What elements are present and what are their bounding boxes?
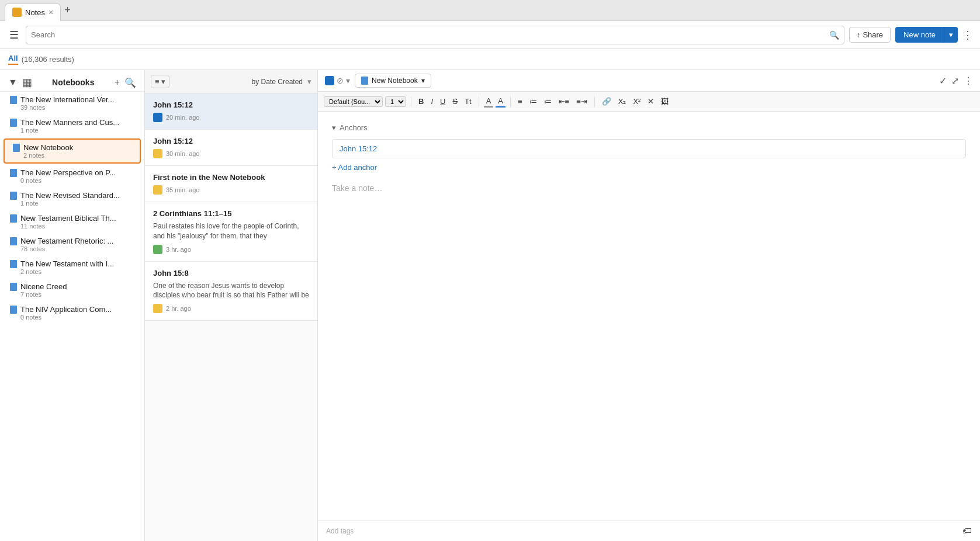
note-time: 30 min. ago <box>166 150 199 157</box>
notebook-count: 39 notes <box>10 104 136 111</box>
notebook-item-manners[interactable]: The New Manners and Cus... 1 note <box>0 115 144 137</box>
add-notebook-button[interactable]: + <box>115 77 120 88</box>
notebook-icon <box>10 214 17 223</box>
notebook-count: 7 notes <box>10 291 136 298</box>
notebook-icon <box>10 119 17 127</box>
filter-all-label[interactable]: All <box>8 54 18 65</box>
filter-icon[interactable]: ▼ <box>8 77 18 88</box>
notebook-item-rhetoric[interactable]: New Testament Rhetoric: ... 78 notes <box>0 233 144 256</box>
note-color-dot <box>153 149 162 158</box>
notebook-name: New Testament Biblical Th... <box>20 214 116 223</box>
search-notebooks-button[interactable]: 🔍 <box>124 77 136 88</box>
notebook-item-biblical[interactable]: New Testament Biblical Th... 11 notes <box>0 210 144 233</box>
notebook-item-revised[interactable]: The New Revised Standard... 1 note <box>0 188 144 210</box>
share-button[interactable]: ↑ Share <box>849 27 891 43</box>
notebook-count: 78 notes <box>10 245 136 252</box>
toolbar-separator-2 <box>479 96 479 107</box>
link-button[interactable]: 🔗 <box>600 96 614 107</box>
clear-format-button[interactable]: ✕ <box>645 96 656 107</box>
search-icon: 🔍 <box>829 30 839 40</box>
font-size-icon-button[interactable]: Tt <box>462 96 474 107</box>
toolbar-separator-3 <box>510 96 511 107</box>
view-toggle-icon[interactable]: ▦ <box>22 76 32 89</box>
collapse-anchor-button[interactable]: ▾ <box>332 123 336 132</box>
note-title: John 15:12 <box>153 137 309 145</box>
notebook-count: 1 note <box>10 200 136 207</box>
notebook-icon <box>13 144 20 152</box>
outdent-button[interactable]: ⇤≡ <box>556 96 572 107</box>
note-item-note2[interactable]: John 15:12 30 min. ago <box>145 130 317 166</box>
expand-button[interactable]: ⤢ <box>951 75 959 86</box>
notebook-icon <box>10 237 17 245</box>
highlight-button[interactable]: A <box>496 95 505 107</box>
anchors-label: Anchors <box>340 123 368 132</box>
notebook-count: 0 notes <box>10 314 136 321</box>
new-note-button[interactable]: New note <box>895 27 944 43</box>
notebook-item-testament2[interactable]: The New Testament with I... 2 notes <box>0 256 144 279</box>
sort-caret[interactable]: ▾ <box>307 77 311 86</box>
notebook-name: Nicene Creed <box>20 282 67 291</box>
strikethrough-button[interactable]: S <box>450 96 460 107</box>
note-color-dot <box>153 245 162 254</box>
editor-panel: ⊘ ▾ New Notebook ▾ ✓ ⤢ ⋮ Default (Sou...… <box>318 70 980 541</box>
toolbar-separator-4 <box>594 96 595 107</box>
notebook-name: The New Perspective on P... <box>20 168 116 177</box>
notebook-item-niv-application[interactable]: The NIV Application Com... 0 notes <box>0 301 144 324</box>
note-item-note3[interactable]: First note in the New Notebook 35 min. a… <box>145 166 317 202</box>
subscript-button[interactable]: X₂ <box>616 96 629 107</box>
numbered-list-button[interactable]: ≔ <box>542 96 554 107</box>
add-anchor-button[interactable]: + Add anchor <box>332 163 377 172</box>
note-color-dot <box>153 113 162 122</box>
note-time: 3 hr. ago <box>166 246 191 253</box>
editor-content[interactable]: ▾ Anchors John 15:12 + Add anchor Take a… <box>318 112 980 521</box>
notebook-badge[interactable]: New Notebook ▾ <box>355 74 431 88</box>
note-item-note1[interactable]: John 15:12 20 min. ago <box>145 93 317 130</box>
note-title: John 15:12 <box>153 100 309 109</box>
note-title: 2 Corinthians 11:1–15 <box>153 209 309 218</box>
notebooks-title: Notebooks <box>52 78 94 87</box>
font-color-button[interactable]: A <box>484 95 494 107</box>
share-icon: ↑ <box>857 30 861 39</box>
new-note-dropdown-button[interactable]: ▾ <box>944 27 958 43</box>
search-input[interactable] <box>31 30 829 39</box>
notebook-icon <box>10 260 17 268</box>
tab-close-btn[interactable]: × <box>49 8 53 17</box>
underline-button[interactable]: U <box>438 96 448 107</box>
tags-icon[interactable]: 🏷 <box>962 526 972 536</box>
editor-footer: Add tags 🏷 <box>318 521 980 541</box>
note-content-area[interactable]: Take a note… <box>332 183 966 193</box>
notebook-item-nicene[interactable]: Nicene Creed 7 notes <box>0 279 144 301</box>
add-tags-field[interactable]: Add tags <box>326 527 958 535</box>
notebook-item-perspective[interactable]: The New Perspective on P... 0 notes <box>0 165 144 188</box>
notebook-item-new-notebook[interactable]: New Notebook 2 notes <box>4 138 141 164</box>
font-family-select[interactable]: Default (Sou... <box>324 96 383 107</box>
more-options-button[interactable]: ⋮ <box>962 29 973 41</box>
bold-button[interactable]: B <box>416 96 426 107</box>
add-tab-button[interactable]: + <box>64 4 71 16</box>
note-item-note5[interactable]: John 15:8 One of the reason Jesus wants … <box>145 262 317 321</box>
indent-button[interactable]: ≡⇥ <box>574 96 590 107</box>
editor-more-button[interactable]: ⋮ <box>964 75 973 86</box>
editor-top-right: ✓ ⤢ ⋮ <box>939 75 973 86</box>
notebook-name: The NIV Application Com... <box>20 305 112 314</box>
filter-row: All (16,306 results) <box>0 49 980 70</box>
notes-tab[interactable]: Notes × <box>5 4 61 21</box>
align-button[interactable]: ≡ <box>515 96 525 107</box>
superscript-button[interactable]: X² <box>631 96 643 107</box>
circle-cancel-icon[interactable]: ⊘ <box>337 76 344 85</box>
notebook-badge-caret: ▾ <box>421 77 425 85</box>
color-dropdown-caret[interactable]: ▾ <box>346 76 350 85</box>
check-button[interactable]: ✓ <box>939 75 947 86</box>
note-time: 35 min. ago <box>166 186 199 193</box>
filter-results-count: (16,306 results) <box>22 55 74 64</box>
notebook-item-niv[interactable]: The New International Ver... 39 notes <box>0 92 144 115</box>
anchor-ref-link[interactable]: John 15:12 <box>332 139 966 158</box>
italic-button[interactable]: I <box>428 96 435 107</box>
notebook-count: 2 notes <box>13 152 131 159</box>
menu-icon[interactable]: ☰ <box>7 26 21 44</box>
font-size-select[interactable]: 11 <box>385 96 406 107</box>
bullet-list-button[interactable]: ≔ <box>527 96 539 107</box>
view-mode-button[interactable]: ≡ ▾ <box>151 75 169 88</box>
image-button[interactable]: 🖼 <box>659 96 671 107</box>
note-item-note4[interactable]: 2 Corinthians 11:1–15 Paul restates his … <box>145 202 317 262</box>
